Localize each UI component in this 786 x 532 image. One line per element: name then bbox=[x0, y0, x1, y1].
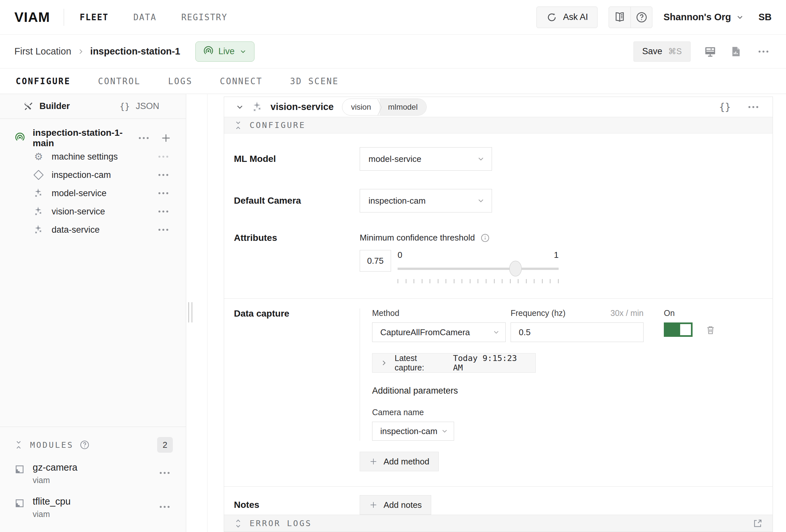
plus-icon bbox=[369, 501, 378, 509]
delete-method-button[interactable] bbox=[705, 324, 716, 342]
tree-item-model-service[interactable]: model-service bbox=[0, 184, 186, 202]
tree-item-machine-part[interactable]: inspection-station-1-main bbox=[0, 128, 186, 147]
card-title: vision-service bbox=[271, 101, 333, 112]
tab-logs[interactable]: LOGS bbox=[168, 76, 192, 86]
slider-track[interactable] bbox=[398, 268, 559, 270]
info-icon[interactable] bbox=[480, 233, 490, 243]
service-sparkle-icon bbox=[33, 206, 44, 217]
help-button-group bbox=[609, 6, 652, 28]
threshold-input[interactable]: 0.75 bbox=[360, 250, 391, 271]
slider-ticks bbox=[398, 279, 559, 283]
tree-item-vision-service[interactable]: vision-service bbox=[0, 202, 186, 221]
ai-sparkle-refresh-icon bbox=[546, 11, 558, 23]
module-item-tflite-cpu[interactable]: tflite_cpu viam bbox=[0, 488, 186, 522]
tab-control[interactable]: CONTROL bbox=[98, 76, 141, 86]
add-method-button[interactable]: Add method bbox=[360, 452, 439, 471]
more-options-button[interactable] bbox=[155, 171, 171, 179]
card-header: vision-service vision mlmodel {} bbox=[224, 97, 772, 117]
more-options-button[interactable] bbox=[745, 103, 762, 111]
frequency-rate: 30x / min bbox=[610, 309, 644, 318]
add-component-button[interactable] bbox=[160, 132, 171, 144]
chevron-down-icon bbox=[239, 48, 247, 55]
more-options-button[interactable] bbox=[136, 134, 152, 142]
save-shortcut: ⌘S bbox=[668, 47, 682, 56]
breadcrumb-location[interactable]: First Location bbox=[15, 46, 71, 57]
more-options-button[interactable] bbox=[155, 152, 171, 161]
help-button[interactable] bbox=[630, 7, 652, 28]
org-switcher[interactable]: Shannon's Org bbox=[664, 12, 744, 23]
builder-json-toggle: Builder {} JSON bbox=[0, 94, 186, 119]
data-capture-controls: Method CaptureAllFromCamera bbox=[360, 309, 763, 441]
ml-model-select[interactable]: model-service bbox=[360, 147, 492, 171]
builder-mode-button[interactable]: Builder bbox=[0, 101, 93, 112]
more-options-button[interactable] bbox=[155, 207, 171, 216]
org-name: Shannon's Org bbox=[664, 12, 731, 23]
tab-connect[interactable]: CONNECT bbox=[220, 76, 263, 86]
configure-section-header[interactable]: CONFIGURE bbox=[224, 117, 772, 134]
service-sparkle-icon bbox=[33, 188, 44, 198]
default-camera-select[interactable]: inspection-cam bbox=[360, 189, 492, 213]
docs-button[interactable] bbox=[609, 7, 630, 28]
frequency-input[interactable]: 0.5 bbox=[511, 322, 644, 342]
chevron-down-icon bbox=[736, 13, 744, 22]
more-options-button[interactable] bbox=[755, 47, 771, 56]
method-select[interactable]: CaptureAllFromCamera bbox=[372, 322, 506, 342]
camera-name-select[interactable]: inspection-cam bbox=[372, 422, 454, 441]
vision-service-card: vision-service vision mlmodel {} bbox=[224, 97, 773, 532]
more-options-button[interactable] bbox=[155, 189, 171, 197]
chevron-down-icon[interactable] bbox=[235, 102, 245, 112]
type-badge: vision bbox=[342, 99, 379, 115]
braces-icon: {} bbox=[120, 101, 130, 111]
default-camera-label: Default Camera bbox=[234, 195, 360, 206]
tree-item-machine-settings[interactable]: ⚙ machine settings bbox=[0, 147, 186, 166]
raw-json-button[interactable]: {} bbox=[719, 101, 731, 113]
machine-part-name: inspection-station-1-main bbox=[33, 128, 136, 148]
latest-capture-expander[interactable]: Latest capture: Today 9:15:23 AM bbox=[372, 353, 536, 373]
question-circle-icon[interactable] bbox=[79, 440, 90, 450]
viam-logo[interactable]: VIAM bbox=[15, 9, 50, 25]
slider-handle[interactable] bbox=[509, 261, 522, 276]
error-logs-title: ERROR LOGS bbox=[250, 518, 312, 528]
external-link-icon[interactable] bbox=[753, 518, 763, 529]
more-options-button[interactable] bbox=[157, 503, 173, 511]
ask-ai-button[interactable]: Ask AI bbox=[536, 6, 598, 28]
expand-icon bbox=[234, 518, 242, 528]
nav-link-registry[interactable]: REGISTRY bbox=[181, 13, 227, 22]
module-icon bbox=[15, 498, 25, 508]
control-panel-button[interactable] bbox=[704, 45, 717, 58]
method-label: Method bbox=[372, 309, 506, 318]
book-icon bbox=[614, 11, 626, 24]
add-notes-button[interactable]: Add notes bbox=[360, 495, 431, 515]
chevron-down-icon bbox=[492, 328, 500, 336]
avatar[interactable]: SB bbox=[759, 12, 771, 23]
add-method-label: Add method bbox=[384, 457, 429, 467]
sidebar-resize-handle[interactable] bbox=[188, 302, 192, 322]
tab-configure[interactable]: CONFIGURE bbox=[16, 76, 71, 86]
live-status-badge[interactable]: Live bbox=[195, 42, 255, 62]
slider-min-label: 0 bbox=[398, 250, 402, 260]
config-sidebar: Builder {} JSON inspection-station-1-mai… bbox=[0, 94, 186, 532]
modules-title: MODULES bbox=[30, 440, 73, 450]
additional-params-label: Additional parameters bbox=[372, 386, 763, 396]
card-body: ML Model model-service Default Camera in… bbox=[224, 134, 772, 515]
type-model-badge: vision mlmodel bbox=[342, 99, 426, 116]
nav-link-fleet[interactable]: FLEET bbox=[80, 13, 109, 22]
nav-link-data[interactable]: DATA bbox=[133, 13, 157, 22]
more-options-button[interactable] bbox=[155, 225, 171, 234]
tools-icon bbox=[23, 101, 33, 112]
tree-item-inspection-cam[interactable]: inspection-cam bbox=[0, 166, 186, 184]
more-options-button[interactable] bbox=[157, 469, 173, 477]
module-item-gz-camera[interactable]: gz-camera viam bbox=[0, 454, 186, 488]
camera-name-label: Camera name bbox=[372, 408, 763, 417]
tab-3d-scene[interactable]: 3D SCENE bbox=[290, 76, 339, 86]
section-divider bbox=[224, 486, 772, 487]
slider-max-label: 1 bbox=[554, 250, 559, 260]
collapse-icon[interactable] bbox=[15, 440, 23, 450]
save-button[interactable]: Save ⌘S bbox=[633, 42, 691, 62]
latest-capture-label: Latest capture: bbox=[395, 354, 446, 372]
report-button[interactable] bbox=[730, 45, 742, 58]
error-logs-section-header[interactable]: ERROR LOGS bbox=[224, 515, 772, 532]
json-mode-button[interactable]: {} JSON bbox=[93, 101, 186, 111]
capture-toggle[interactable] bbox=[664, 322, 693, 337]
tree-item-data-service[interactable]: data-service bbox=[0, 221, 186, 239]
